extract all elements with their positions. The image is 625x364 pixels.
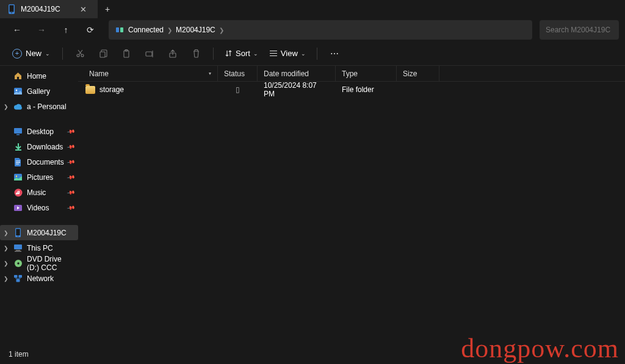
copy-icon[interactable] [92, 44, 114, 63]
plus-icon: + [12, 49, 22, 59]
up-button[interactable]: ↑ [55, 20, 77, 40]
svg-rect-8 [124, 51, 129, 57]
chevron-right-icon: ❯ [167, 27, 172, 34]
item-count: 1 item [9, 350, 29, 359]
column-name[interactable]: Name▾ [78, 66, 218, 81]
svg-rect-24 [16, 250, 20, 251]
net-icon [13, 274, 23, 283]
toolbar: + New ⌄ Sort ⌄ View ⌄ ⋯ [0, 41, 625, 66]
chevron-right-icon: ❯ [219, 27, 224, 34]
search-box[interactable] [540, 20, 619, 40]
new-button[interactable]: + New ⌄ [6, 46, 56, 62]
svg-rect-7 [100, 52, 105, 57]
view-button[interactable]: View ⌄ [264, 46, 311, 61]
breadcrumb-part[interactable]: M2004J19C [176, 26, 215, 34]
more-icon[interactable]: ⋯ [323, 44, 345, 63]
chevron-down-icon: ⌄ [301, 51, 306, 57]
pin-icon: 📌 [67, 173, 76, 182]
delete-icon[interactable] [185, 44, 207, 63]
video-icon [13, 203, 23, 212]
sidebar: HomeGallery❯a - Personal Desktop📌Downloa… [0, 66, 78, 351]
svg-rect-4 [120, 27, 123, 32]
music-icon [13, 188, 23, 197]
sidebar-item-label: Pictures [27, 173, 53, 182]
view-icon [269, 50, 278, 57]
file-list: Name▾ Status Date modified Type Size sto… [78, 66, 625, 351]
chevron-right-icon: ❯ [4, 276, 9, 282]
table-row[interactable]: storage▯10/25/2024 8:07 PMFile folder [78, 82, 625, 98]
close-icon[interactable]: ✕ [76, 4, 90, 15]
sidebar-item-desktop[interactable]: Desktop📌 [0, 124, 78, 139]
column-type[interactable]: Type [336, 66, 397, 81]
pin-icon: 📌 [67, 188, 76, 197]
svg-rect-23 [14, 244, 22, 249]
rename-icon[interactable] [139, 44, 161, 63]
back-button[interactable]: ← [6, 20, 28, 40]
file-type: File folder [336, 85, 397, 94]
sidebar-item-label: Home [27, 72, 46, 80]
connected-icon [115, 25, 125, 35]
svg-rect-14 [14, 128, 22, 134]
pin-icon: 📌 [67, 203, 76, 212]
pic-icon [13, 173, 23, 182]
sidebar-item-pictures[interactable]: Pictures📌 [0, 170, 78, 185]
paste-icon[interactable] [115, 44, 137, 63]
sidebar-item-music[interactable]: Music📌 [0, 185, 78, 200]
column-status[interactable]: Status [218, 66, 258, 81]
pin-icon: 📌 [67, 127, 76, 136]
sort-button[interactable]: Sort ⌄ [220, 46, 263, 61]
sidebar-item-downloads[interactable]: Downloads📌 [0, 139, 78, 154]
file-name: storage [99, 85, 124, 94]
doc-icon [13, 157, 23, 166]
refresh-button[interactable]: ⟳ [79, 20, 101, 40]
tab-bar: M2004J19C ✕ + [0, 0, 625, 18]
sidebar-item-label: Gallery [27, 87, 50, 96]
column-size[interactable]: Size [397, 66, 439, 81]
svg-rect-29 [19, 275, 23, 278]
sidebar-item-label: Network [27, 274, 54, 283]
sort-icon [225, 49, 233, 57]
sidebar-item-documents[interactable]: Documents📌 [0, 154, 78, 170]
column-date[interactable]: Date modified [258, 66, 336, 81]
sidebar-item-m2004j19c[interactable]: ❯M2004J19C [0, 225, 78, 240]
sidebar-item-label: Desktop [27, 127, 54, 136]
chevron-right-icon: ❯ [4, 230, 9, 236]
sidebar-item-this-pc[interactable]: ❯This PC [0, 240, 78, 255]
nav-bar: ← → ↑ ⟳ Connected ❯ M2004J19C ❯ [0, 18, 625, 41]
svg-point-22 [18, 236, 18, 237]
sidebar-item-label: a - Personal [27, 102, 67, 111]
tab-active[interactable]: M2004J19C ✕ [0, 0, 98, 18]
svg-point-17 [16, 176, 17, 177]
sidebar-item-network[interactable]: ❯Network [0, 271, 78, 286]
svg-rect-30 [16, 279, 20, 282]
svg-rect-1 [10, 5, 14, 12]
chevron-right-icon: ❯ [4, 245, 9, 251]
cut-icon[interactable] [69, 44, 91, 63]
chevron-down-icon: ⌄ [45, 51, 50, 57]
file-status: ▯ [218, 85, 258, 94]
sidebar-item-label: DVD Drive (D:) CCC [27, 255, 74, 272]
search-input[interactable] [546, 26, 613, 34]
chevron-right-icon: ❯ [4, 260, 9, 266]
svg-rect-25 [15, 251, 21, 252]
sidebar-item-label: Music [27, 188, 46, 197]
sidebar-item-a-personal[interactable]: ❯a - Personal [0, 99, 78, 114]
forward-button[interactable]: → [31, 20, 52, 40]
new-tab-button[interactable]: + [98, 4, 117, 14]
phone-icon [13, 228, 23, 237]
svg-rect-3 [116, 27, 119, 32]
phone-icon [7, 5, 16, 13]
breadcrumb-part[interactable]: Connected [128, 26, 164, 34]
sidebar-item-label: Downloads [27, 143, 63, 151]
new-label: New [26, 49, 42, 58]
sidebar-item-dvd-drive-d-ccc[interactable]: ❯DVD Drive (D:) CCC [0, 255, 78, 271]
separator [62, 48, 63, 60]
chevron-right-icon: ❯ [4, 104, 9, 110]
sidebar-item-gallery[interactable]: Gallery [0, 84, 78, 99]
sidebar-item-home[interactable]: Home [0, 68, 78, 84]
sidebar-item-videos[interactable]: Videos📌 [0, 200, 78, 215]
sort-indicator-icon: ▾ [209, 71, 211, 76]
share-icon[interactable] [162, 44, 184, 63]
sidebar-item-label: Documents [27, 158, 64, 166]
breadcrumb[interactable]: Connected ❯ M2004J19C ❯ [109, 20, 532, 40]
